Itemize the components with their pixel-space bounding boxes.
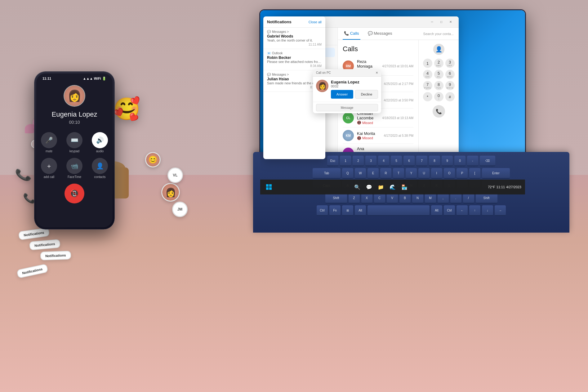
dialpad-call-btn[interactable]: 📞 — [433, 105, 445, 118]
notif-close-all-btn[interactable]: Close all — [309, 20, 322, 24]
phone-audio-btn[interactable]: 🔊 audio — [92, 132, 108, 153]
key-z[interactable]: Z — [349, 193, 360, 203]
taskbar-app2-icon[interactable]: 📁 — [376, 182, 386, 192]
key-i[interactable]: I — [431, 168, 442, 179]
key-w[interactable]: W — [355, 168, 366, 179]
call-notif-message-btn[interactable]: Message — [316, 104, 378, 111]
key-v[interactable]: V — [387, 193, 398, 203]
key-c[interactable]: C — [374, 193, 385, 203]
phone-mute-btn[interactable]: 🎤 mute — [41, 132, 57, 153]
key-p[interactable]: P — [457, 168, 468, 179]
taskbar-edge-icon[interactable]: 🌊 — [388, 182, 398, 192]
phone-end-call-btn[interactable]: 📵 — [65, 184, 84, 203]
tab-messages[interactable]: 💬 Messages — [367, 28, 394, 40]
key-y[interactable]: Y — [406, 168, 417, 179]
dialpad-key-8[interactable]: 8 TUV — [434, 81, 443, 90]
taskbar-app1-icon[interactable]: 💬 — [364, 182, 374, 192]
dialpad-key-1[interactable]: 1 — [423, 59, 432, 68]
key-9[interactable]: 9 — [442, 156, 453, 166]
phone-call-screen: 👩 Eugenia Lopez 00:10 🎤 mute ⌨️ keypad — [36, 82, 113, 207]
phone-time: 11:11 — [42, 77, 51, 81]
key-backspace[interactable]: ⌫ — [480, 156, 495, 166]
key-m[interactable]: M — [425, 193, 436, 203]
key-1[interactable]: 1 — [340, 156, 351, 166]
dialpad-key-7[interactable]: 7 PQRS — [423, 81, 432, 90]
window-close-btn[interactable]: ✕ — [446, 19, 455, 25]
key-win[interactable]: ⊞ — [342, 205, 353, 216]
notif-item-robin[interactable]: 📧 Outlook Robin Becker Please see the at… — [263, 49, 325, 70]
key-x[interactable]: X — [361, 193, 372, 203]
dialpad-key-5[interactable]: 5 JKL — [434, 70, 443, 79]
key-shift-l[interactable]: Shift — [325, 193, 347, 203]
phone-contacts-btn[interactable]: 👤 contacts — [92, 158, 108, 179]
taskbar-date: 4/27/2023 — [506, 185, 521, 189]
call-notif-actions: Answer Decline — [331, 90, 378, 99]
key-u[interactable]: U — [418, 168, 430, 179]
dialpad-key-0[interactable]: 0 + — [434, 92, 443, 101]
window-maximize-btn[interactable]: □ — [437, 19, 446, 25]
key-space[interactable] — [368, 205, 430, 216]
notif-item-gabriel[interactable]: 💬 Messages > Gabriel Woods Yeah, on the … — [263, 28, 325, 49]
phone-addcall-btn[interactable]: ＋ add call — [41, 158, 57, 179]
key-o[interactable]: O — [444, 168, 455, 179]
key-b[interactable]: B — [399, 193, 411, 203]
mute-circle[interactable]: 🎤 — [41, 132, 57, 148]
call-notif-decline-btn[interactable]: Decline — [355, 90, 378, 99]
key-alt-r[interactable]: Alt — [431, 205, 442, 216]
key-slash[interactable]: / — [463, 193, 474, 203]
key-q[interactable]: Q — [342, 168, 353, 179]
phone-keypad-btn[interactable]: ⌨️ keypad — [66, 132, 82, 153]
key-tab[interactable]: Tab — [313, 168, 341, 179]
dialpad-key-3[interactable]: 3 DEF — [445, 59, 455, 68]
key-4[interactable]: 4 — [378, 156, 389, 166]
key-alt-l[interactable]: Alt — [355, 205, 366, 216]
phone-facetime-btn[interactable]: 📹 FaceTime — [66, 158, 82, 179]
key-2[interactable]: 2 — [353, 156, 364, 166]
call-notif-dismiss-btn[interactable]: ✕ — [376, 71, 378, 74]
facetime-circle[interactable]: 📹 — [66, 158, 82, 174]
key-ctrl-l[interactable]: Ctrl — [317, 205, 328, 216]
key-6[interactable]: 6 — [403, 156, 415, 166]
audio-circle[interactable]: 🔊 — [92, 132, 108, 148]
dialpad-key-6[interactable]: 6 MNO — [445, 70, 455, 79]
dialpad-key-star[interactable]: * — [423, 92, 432, 101]
key-arrow-u[interactable]: ↑ — [469, 205, 480, 216]
taskbar-store-icon[interactable]: 🏪 — [399, 182, 409, 192]
key-arrow-r[interactable]: → — [495, 205, 506, 216]
key-7[interactable]: 7 — [416, 156, 427, 166]
dialpad-key-9[interactable]: 9 WXYZ — [445, 81, 455, 90]
key-ctrl-r[interactable]: Ctrl — [444, 205, 455, 216]
key-3[interactable]: 3 — [365, 156, 376, 166]
call-notif-answer-btn[interactable]: Answer — [331, 90, 353, 99]
key-shift-r[interactable]: Shift — [476, 193, 497, 203]
taskbar-search-icon[interactable]: 🔍 — [352, 182, 362, 192]
dialpad-key-2[interactable]: 2 ABC — [434, 59, 443, 68]
dialpad-key-hash[interactable]: # — [445, 92, 455, 101]
key-e[interactable]: E — [368, 168, 379, 179]
key-period[interactable]: . — [450, 193, 461, 203]
key-minus[interactable]: - — [467, 156, 478, 166]
key-enter[interactable]: Enter — [482, 168, 510, 179]
keypad-circle[interactable]: ⌨️ — [66, 132, 82, 148]
window-minimize-btn[interactable]: ─ — [428, 19, 436, 25]
key-bracket-l[interactable]: [ — [469, 168, 480, 179]
key-r[interactable]: R — [380, 168, 391, 179]
key-comma[interactable]: , — [438, 193, 449, 203]
contacts-circle[interactable]: 👤 — [92, 158, 108, 174]
key-n[interactable]: N — [412, 193, 423, 203]
key-8[interactable]: 8 — [429, 156, 440, 166]
tab-calls[interactable]: 📞 Calls — [343, 28, 360, 40]
dialpad-key-4[interactable]: 4 GHI — [423, 70, 432, 79]
key-arrow-d[interactable]: ↓ — [482, 205, 493, 216]
key-arrow-l[interactable]: ← — [457, 205, 468, 216]
svg-rect-3 — [266, 187, 269, 190]
addcall-circle[interactable]: ＋ — [41, 158, 57, 174]
key-fn[interactable]: Fn — [329, 205, 341, 216]
key-t[interactable]: T — [393, 168, 404, 179]
key-5[interactable]: 5 — [391, 156, 402, 166]
key-0[interactable]: 0 — [454, 156, 466, 166]
taskbar-windows-logo[interactable] — [264, 182, 274, 192]
app-search-box[interactable]: Search your conta... — [423, 32, 454, 36]
call-item-kai2[interactable]: KM Kai Morita 📵 Missed — [343, 127, 413, 144]
key-esc[interactable]: Esc — [327, 156, 338, 166]
